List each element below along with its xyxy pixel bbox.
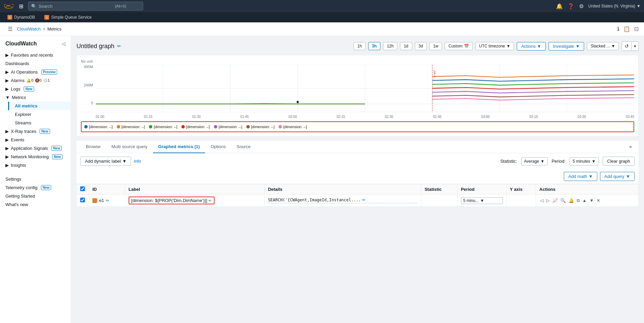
row-down-icon[interactable]: ▼ — [589, 197, 595, 204]
investigate-dropdown-icon: ▼ — [576, 44, 580, 49]
row-checkbox-cell — [77, 195, 89, 207]
sidebar-item-telemetry[interactable]: Telemetry config New — [0, 183, 71, 192]
tab-graphed-metrics[interactable]: Graphed metrics (1) — [153, 141, 205, 153]
sidebar-item-xray[interactable]: ▶ X-Ray traces New — [0, 127, 71, 136]
legend-dot-0 — [84, 125, 88, 128]
period-dropdown-btn[interactable]: 5 minutes ▼ — [570, 157, 599, 165]
time-btn-3h[interactable]: 3h — [368, 42, 380, 50]
sidebar-streams-label: Streams — [15, 120, 31, 125]
search-bar[interactable]: 🔍 [Alt+S] — [28, 2, 143, 11]
legend-dot-5 — [246, 125, 250, 128]
notifications-icon[interactable]: 🔔 — [556, 3, 563, 9]
sidebar-item-network[interactable]: ▶ Network Monitoring New — [0, 153, 71, 161]
clear-graph-button[interactable]: Clear graph — [603, 157, 635, 166]
bookmark-icon[interactable]: 📋 — [623, 26, 630, 32]
select-all-checkbox[interactable] — [80, 186, 85, 191]
tab-options[interactable]: Options — [205, 141, 231, 153]
row-y-axis-cell — [506, 195, 536, 207]
region-selector[interactable]: United States (N. Virginia) ▼ — [589, 4, 641, 8]
time-btn-12h[interactable]: 12h — [383, 42, 397, 50]
breadcrumb-home[interactable]: CloudWatch — [17, 26, 41, 32]
add-dynamic-label-button[interactable]: Add dynamic label ▼ — [81, 157, 131, 166]
support-icon[interactable]: ❓ — [568, 3, 574, 9]
service-tab-sqs[interactable]: S Simple Queue Service — [40, 14, 95, 21]
time-btn-1w[interactable]: 1w — [429, 42, 442, 50]
search-input[interactable] — [39, 4, 113, 9]
legend-item-2: [dimension: --] — [149, 125, 177, 129]
row-id-edit-icon[interactable]: ✏ — [106, 198, 109, 203]
sidebar-item-events[interactable]: ▶ Events — [0, 136, 71, 144]
row-checkbox[interactable] — [80, 198, 85, 202]
tab-overflow-icon[interactable]: ≡ — [626, 142, 635, 152]
time-btn-1h[interactable]: 1h — [354, 42, 365, 50]
stacked-dropdown[interactable]: Stacked ... ▼ — [587, 42, 619, 50]
sidebar-item-explorer[interactable]: Explorer — [8, 110, 71, 119]
sidebar-item-getting-started[interactable]: Getting Started — [0, 192, 71, 200]
sidebar-app-signals-label: Application Signals — [11, 146, 48, 151]
add-query-button[interactable]: Add query ▼ — [600, 172, 635, 181]
row-details-edit-icon[interactable]: ✏ — [362, 198, 365, 202]
sidebar-item-streams[interactable]: Streams — [8, 119, 71, 127]
sidebar-item-settings[interactable]: Settings — [0, 175, 71, 183]
add-math-button[interactable]: Add math ▼ — [564, 172, 597, 181]
row-up-icon[interactable]: ▲ — [582, 197, 587, 204]
row-alarm-icon[interactable]: 🔔 — [568, 197, 575, 204]
row-delete-icon[interactable]: ✕ — [596, 197, 601, 204]
actions-label: Actions — [521, 44, 536, 49]
row-prev-icon[interactable]: ◁ — [539, 197, 544, 204]
sidebar-item-dashboards[interactable]: Dashboards — [0, 59, 71, 68]
time-btn-3d[interactable]: 3d — [415, 42, 427, 50]
sidebar-item-whats-new[interactable]: What's new — [0, 200, 71, 209]
add-query-dropdown-icon: ▼ — [626, 174, 630, 179]
x-label-11: 03:45 — [626, 115, 634, 119]
sidebar-item-favorites[interactable]: ▶ Favorites and recents — [0, 51, 71, 59]
service-tab-dynamodb[interactable]: D DynamoDB — [3, 14, 39, 21]
tab-multi-source[interactable]: Multi source query — [106, 141, 153, 153]
x-label-0: 01:00 — [96, 115, 104, 119]
sidebar-collapse-icon[interactable]: ◁ — [62, 41, 65, 46]
refresh-controls: ↺ ▼ — [622, 41, 639, 51]
row-color-swatch — [92, 198, 97, 203]
sidebar-toggle[interactable]: ☰ — [5, 24, 15, 34]
sidebar-item-metrics[interactable]: ▼ Metrics — [0, 93, 71, 102]
breadcrumb-actions: ℹ 📋 ⊡ — [617, 26, 639, 32]
refresh-button[interactable]: ↺ — [622, 41, 632, 51]
app-signals-badge: New — [51, 146, 62, 151]
sidebar-item-ai-operations[interactable]: ▶ AI Operations Preview — [0, 68, 71, 76]
sidebar-item-alarms[interactable]: ▶ Alarms 🔔0 🔕0 ⚪1 — [0, 76, 71, 85]
legend-item-6: [dimension: --] — [279, 125, 307, 129]
row-next-icon[interactable]: ▷ — [546, 197, 550, 204]
fullscreen-icon[interactable]: ⊡ — [634, 26, 639, 32]
sidebar-item-insights[interactable]: ▶ Insights — [0, 161, 71, 169]
legend-label-3: [dimension: --] — [186, 125, 210, 129]
actions-dropdown[interactable]: Actions ▼ — [517, 42, 546, 51]
sidebar-item-all-metrics[interactable]: All metrics — [8, 102, 71, 110]
statistic-dropdown[interactable]: Average ▼ — [521, 157, 548, 165]
graph-canvas: 495M 248M 0 — [81, 65, 634, 112]
investigate-dropdown[interactable]: Investigate ▼ — [549, 42, 584, 51]
statistic-dropdown-icon: ▼ — [540, 159, 545, 164]
legend-item-4: [dimension: --] — [214, 125, 242, 129]
row-search-icon[interactable]: 🔍 — [560, 197, 567, 204]
row-period-dropdown[interactable]: 5 minu... ▼ — [461, 197, 503, 204]
row-label-edit-icon[interactable]: ✏ — [208, 198, 212, 203]
refresh-interval-dropdown[interactable]: ▼ — [632, 41, 639, 51]
sidebar-item-app-signals[interactable]: ▶ Application Signals New — [0, 144, 71, 153]
table-toolbar-left: Add dynamic label ▼ Info — [81, 157, 141, 166]
help-icon[interactable]: ℹ — [617, 26, 619, 32]
info-link[interactable]: Info — [134, 159, 141, 164]
sidebar-all-metrics-label: All metrics — [15, 103, 37, 108]
aws-logo[interactable]: aws — [3, 3, 14, 9]
graph-title-edit-icon[interactable]: ✏ — [117, 43, 121, 49]
row-copy-icon[interactable]: ⧉ — [576, 197, 580, 204]
tab-browse[interactable]: Browse — [81, 141, 106, 153]
settings-icon[interactable]: ⚙ — [579, 3, 584, 9]
time-btn-1d[interactable]: 1d — [400, 42, 412, 50]
sidebar-item-logs[interactable]: ▶ Logs New — [0, 85, 71, 93]
row-graph-icon[interactable]: 📈 — [552, 197, 558, 204]
apps-grid-icon[interactable]: ⊞ — [18, 2, 25, 11]
table-row: e1 ✏ [dimension: ${PROP('Dim.DimName')}]… — [77, 195, 639, 207]
timezone-dropdown[interactable]: UTC timezone ▼ — [475, 42, 514, 50]
time-btn-custom[interactable]: Custom 📅 — [445, 42, 472, 50]
tab-source[interactable]: Source — [231, 141, 256, 153]
